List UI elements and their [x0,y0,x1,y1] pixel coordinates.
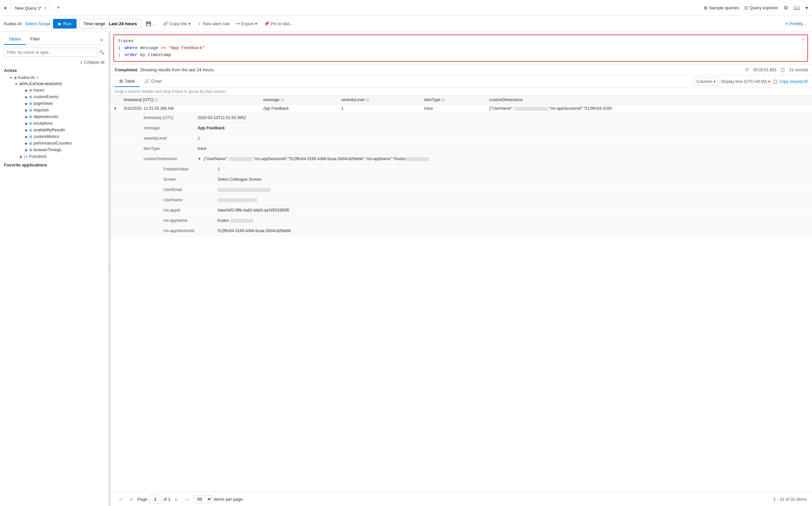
copy-req-icon: 📋 [773,79,778,84]
last-page-button[interactable]: ⏭ [183,495,192,503]
expand-message: message App Feedback [124,125,809,131]
table-label: customMetrics [33,134,59,139]
col-header-timestamp[interactable]: timestamp [UTC] ⊡ [121,95,261,104]
pagination: ⏮ ◀ Page of 1 ▶ ⏭ 50 100 200 items per p… [111,492,812,506]
location-icon: ◈ [14,75,17,80]
query-editor[interactable]: traces | where message == "App Feedback"… [113,34,808,62]
export-button[interactable]: ↦ Export ▾ [235,20,260,27]
sidebar-item-functions[interactable]: ▶ ƒx Functions [9,153,106,160]
sidebar-tabs: Tables Filter « [0,32,108,45]
sidebar-item-kudos-ai[interactable]: ▼ ◈ Kudos-AI ☆ [3,74,106,81]
sidebar-item-exceptions[interactable]: ▶ ⊞ exceptions [9,120,106,126]
first-page-button[interactable]: ⏮ [116,495,125,503]
tab-table[interactable]: ⊞ Table [115,76,140,87]
expand-row-customdimensions: customDimensions ▼ {"UserName": ,"ms-app… [111,154,812,164]
tab-chart[interactable]: 📈 Chart [140,76,166,87]
table-icon: ⊞ [29,141,32,146]
sidebar-item-availabilityresults[interactable]: ▶ ⊞ availabilityResults [9,126,106,133]
active-tab[interactable]: New Query 1* ✕ [11,3,51,13]
page-of: of 1 [163,497,170,502]
sidebar-item-performancecounters[interactable]: ▶ ⊞ performanceCounters [9,140,106,147]
records-badge: 31 records [789,68,808,72]
functions-icon: ƒx [24,155,28,159]
active-section: Active ▼ ◈ Kudos-AI ☆ ▼ APPLICATION INSI… [3,67,106,160]
sidebar-item-browsertimings[interactable]: ▶ ⊞ browserTimings [9,147,106,153]
sidebar-item-traces[interactable]: ▶ ⊞ traces [9,87,106,93]
next-page-button[interactable]: ▶ [172,495,181,503]
results-table: timestamp [UTC] ⊡ message ⊡ [111,95,812,236]
copy-link-chevron-icon: ▾ [188,21,191,26]
book-icon[interactable]: 📖 [794,5,800,11]
settings-icon[interactable]: ⚙ [784,5,788,11]
expand-row-feebackvalue: FeebackValue 1 [111,164,812,174]
favorite-applications-header[interactable]: Favorite applications [3,161,106,169]
tab-filter[interactable]: Filter [26,34,45,45]
collapse-arrow[interactable]: ⇑ [801,37,804,43]
table-list: ▶ ⊞ traces▶ ⊞ customEvents▶ ⊞ pageViews▶… [9,87,106,153]
items-per-page-select[interactable]: 50 100 200 [194,495,212,503]
sidebar-item-customevents[interactable]: ▶ ⊞ customEvents [9,93,106,100]
row-expand-button[interactable]: ▼ [113,106,117,110]
tab-tables[interactable]: Tables [4,34,26,45]
table-label: exceptions [33,121,53,126]
col-header-itemtype[interactable]: itemType ⊡ [422,95,487,104]
message-filter-icon[interactable]: ⊡ [281,98,284,102]
prev-page-button[interactable]: ◀ [127,495,135,503]
blurred-cd-username [229,157,252,161]
select-scope-link[interactable]: Select Scope [25,21,51,26]
expand-row-useremail: UserEmail [111,185,812,195]
table-icon: ⊞ [29,95,32,99]
expand-btn-customdim[interactable]: ▼ [198,157,201,161]
page-label: Page [137,497,147,502]
prettify-button[interactable]: ≡ Prettify... [784,20,808,27]
blurred-useremail [217,188,271,192]
display-time-button[interactable]: Display time (UTC+00:00) ▾ [721,79,770,84]
nested-appname: ms-appName Kudos [124,217,809,224]
sidebar-filter-input[interactable] [4,48,98,57]
sidebar-item-dependencies[interactable]: ▶ ⊞ dependencies [9,113,106,120]
expand-row-appsessionid: ms-appSessionId 512f6c64-3165-43b8-bcaa-… [111,226,812,236]
chevron-right-icon: ▶ [25,108,28,112]
sidebar-app-insights-header[interactable]: ▼ APPLICATION INSIGHTS [9,81,106,87]
display-time-chevron-icon: ▾ [768,79,770,84]
active-section-header[interactable]: Active [3,67,106,74]
save-button[interactable]: 💾 ... [144,20,158,27]
star-icon[interactable]: ☆ [36,75,39,80]
sidebar-item-requests[interactable]: ▶ ⊞ requests [9,107,106,113]
chevron-right-icon: ▶ [25,128,28,132]
copy-request-id-button[interactable]: 📋 Copy request ID [773,79,808,84]
chevron-down-icon[interactable]: ▾ [805,5,808,11]
sample-queries-button[interactable]: ⊞ Sample queries [704,5,739,10]
table-icon: ⊞ [29,148,32,152]
expand-timestamp: timestamp [UTC] 2020-03-10T11:51:55.366Z [124,114,809,121]
columns-button[interactable]: Columns ▾ [694,78,719,86]
chevron-right-icon: ▶ [25,95,28,99]
query-explorer-button[interactable]: ⊡ Query explorer [744,5,778,10]
blurred-username [515,107,548,111]
toolbar-right: ≡ Prettify... [784,20,808,27]
tab-close-icon[interactable]: ✕ [44,6,47,10]
nested-appsessionid: ms-appSessionId 512f6c64-3165-43b8-bcaa-… [124,228,809,234]
nested-feebackvalue: FeebackValue 1 [124,166,809,172]
add-tab-button[interactable]: + [54,3,63,13]
timestamp-filter-icon[interactable]: ⊡ [155,98,158,102]
sidebar-collapse-button[interactable]: « [99,35,104,44]
results-tabs: ⊞ Table 📈 Chart Columns ▾ Display time (… [111,75,812,88]
itemtype-filter-icon[interactable]: ⊡ [442,98,445,102]
copy-link-button[interactable]: 🔗 Copy link ▾ [161,20,193,27]
table-icon: ⊞ [29,88,32,92]
severity-filter-icon[interactable]: ⊡ [366,98,369,102]
time-range-button[interactable]: Time range : Last 24 hours [79,19,141,28]
page-input[interactable] [149,495,161,503]
sidebar-item-custommetrics[interactable]: ▶ ⊞ customMetrics [9,133,106,140]
duration-value: 00:00:01.883 [753,68,776,72]
sidebar-item-pageviews[interactable]: ▶ ⊞ pageViews [9,100,106,107]
col-header-message[interactable]: message ⊡ [261,95,339,104]
collapse-all-button[interactable]: ⫿ Collapse all [0,59,108,67]
run-button[interactable]: ▶ Run [53,19,77,28]
col-header-severity[interactable]: severityLevel ⊡ [339,95,422,104]
title-bar-right: ⊞ Sample queries ⊡ Query explorer ⚙ 📖 ▾ [704,5,808,11]
pin-to-dashboard-button[interactable]: 📌 Pin to das... [262,20,295,27]
new-alert-rule-button[interactable]: ＋ New alert rule [195,19,232,28]
prettify-icon: ≡ [786,21,788,26]
